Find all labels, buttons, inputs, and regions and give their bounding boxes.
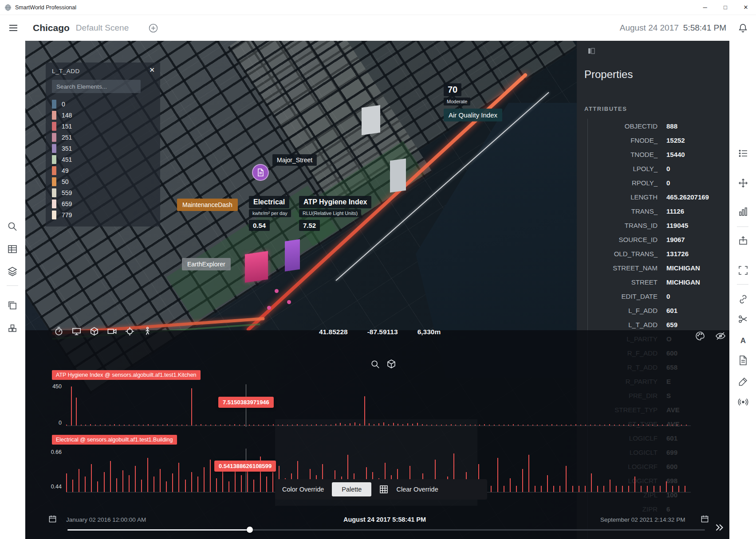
legend-value: 151 (62, 123, 72, 130)
notifications-bell-icon[interactable] (738, 23, 748, 33)
legend-item[interactable]: 251 (52, 132, 154, 143)
legend-item[interactable]: 779 (52, 209, 154, 220)
maximize-button[interactable]: □ (715, 0, 736, 15)
table-icon[interactable] (7, 244, 18, 254)
table-grid-icon[interactable] (379, 485, 388, 494)
timer-icon[interactable] (53, 325, 64, 337)
legend-item[interactable]: 151 (52, 121, 154, 132)
major-street-label[interactable]: Major_Street (272, 154, 317, 166)
screen-icon[interactable] (71, 325, 82, 337)
map-art-shape (362, 105, 380, 135)
chart-bar (634, 477, 635, 492)
major-street-marker[interactable] (252, 164, 269, 181)
minimize-button[interactable]: ─ (695, 0, 715, 15)
maintenance-dash-label[interactable]: MaintenanceDash (177, 199, 238, 211)
legend-item[interactable]: 559 (52, 187, 154, 198)
attribute-label: LENGTH (592, 193, 658, 201)
color-override-button[interactable]: Color Override (282, 486, 324, 493)
legend-item[interactable]: 451 (52, 154, 154, 165)
menu-icon[interactable] (8, 23, 19, 33)
chart-bar (129, 425, 130, 426)
search-icon[interactable] (370, 359, 380, 369)
legend-value: 148 (62, 112, 72, 119)
palette-button[interactable]: Palette (332, 482, 371, 496)
chart-bar (491, 486, 492, 492)
close-button[interactable]: ✕ (736, 0, 756, 15)
calendar-icon[interactable] (701, 515, 709, 523)
chart1-series-label: ATP Hygiene Index @ sensors.algobuilt.af… (52, 370, 201, 380)
expand-chevrons-icon[interactable] (714, 522, 725, 533)
legend-item[interactable]: 49 (52, 165, 154, 176)
document-icon[interactable] (738, 355, 748, 366)
legend-value: 50 (62, 178, 69, 185)
timeline-slider[interactable] (67, 529, 705, 531)
chart2-tooltip: 0.541388626108599 (214, 461, 276, 472)
atp-sensor-panel[interactable]: ATP Hygiene Index RLU(Relative Light Uni… (299, 196, 371, 231)
windows-icon[interactable] (7, 300, 18, 311)
atp-unit: RLU(Relative Light Units) (299, 209, 361, 217)
chart-bar (154, 477, 154, 492)
crosshair-icon[interactable] (124, 325, 135, 337)
camera-icon[interactable] (106, 325, 118, 337)
attribute-value: 0 (666, 165, 670, 172)
legend-value: 49 (62, 167, 69, 174)
list-rows-icon[interactable] (738, 148, 748, 159)
timeline-slider-fill (67, 529, 250, 531)
chart-bar (134, 425, 134, 426)
calendar-icon[interactable] (48, 515, 57, 523)
chart-bar (160, 469, 161, 492)
chart-bar (504, 425, 504, 426)
visibility-off-icon[interactable] (715, 331, 726, 341)
legend-item[interactable]: 50 (52, 176, 154, 187)
chart-bar (81, 425, 82, 426)
palette-icon[interactable] (695, 331, 705, 341)
legend-color-chip (52, 100, 56, 109)
legend-item[interactable]: 148 (52, 109, 154, 121)
layers-icon[interactable] (7, 266, 18, 277)
design-tools-icon[interactable] (738, 376, 748, 387)
legend-search-input[interactable] (52, 80, 141, 93)
chart-bar (204, 467, 205, 492)
legend-color-chip (52, 188, 56, 197)
chart-bar (104, 472, 105, 492)
text-tool-icon[interactable]: A (738, 336, 748, 346)
legend-item[interactable]: 351 (52, 143, 154, 154)
search-icon[interactable] (7, 221, 18, 232)
analytics-icon[interactable] (738, 207, 748, 217)
attributes-section-label: ATTRIBUTES (584, 105, 627, 112)
electrical-sensor-panel[interactable]: Electrical kwhr/m² per day 0.54 (249, 196, 291, 231)
chart-bar (114, 424, 115, 426)
panel-icon[interactable] (587, 47, 595, 55)
timeline-slider-handle[interactable] (247, 527, 253, 533)
chart-bar (105, 425, 106, 426)
chart-bar (224, 425, 225, 426)
pedestrian-icon[interactable] (142, 325, 153, 337)
attribute-value: 119045 (666, 222, 688, 229)
attribute-row: TNODE_15440 (592, 147, 726, 161)
cut-icon[interactable] (738, 314, 748, 324)
earth-explorer-label[interactable]: EarthExplorer (182, 258, 231, 270)
clear-override-button[interactable]: Clear Override (396, 486, 438, 493)
legend-item[interactable]: 659 (52, 198, 154, 209)
broadcast-icon[interactable] (738, 397, 748, 407)
legend-item[interactable]: 0 (52, 98, 154, 109)
chart1-plot-area[interactable] (66, 387, 691, 426)
chart-bar (436, 425, 437, 426)
chart-bar (572, 486, 573, 492)
cube-layers-icon[interactable] (88, 325, 100, 337)
add-scene-icon[interactable] (148, 23, 158, 33)
cube-icon[interactable] (386, 359, 397, 369)
export-icon[interactable] (738, 235, 748, 246)
plugin-icon[interactable] (7, 323, 18, 334)
link-icon[interactable] (738, 294, 748, 305)
close-icon[interactable]: ✕ (149, 66, 155, 74)
fullscreen-icon[interactable] (738, 265, 748, 276)
move-icon[interactable] (738, 178, 748, 188)
legend-items: 01481512513514514950559659779 (52, 98, 154, 220)
attribute-row: STREET_NAMMICHIGAN (592, 261, 726, 275)
attribute-value: 659 (666, 321, 677, 328)
air-quality-widget[interactable]: 70 Moderate Air Quality Index (444, 83, 502, 121)
chart-bar (110, 425, 110, 426)
chart-bar (633, 425, 634, 426)
chart-bar (282, 425, 283, 426)
